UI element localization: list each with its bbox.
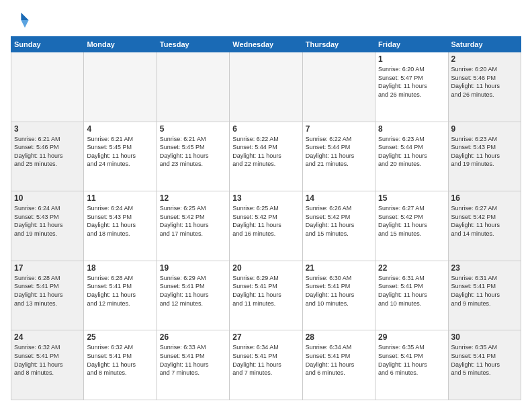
calendar-cell: 26Sunrise: 6:33 AM Sunset: 5:41 PM Dayli… [157, 330, 229, 400]
day-number: 20 [232, 263, 299, 273]
day-info: Sunrise: 6:34 AM Sunset: 5:41 PM Dayligh… [232, 343, 299, 377]
calendar-cell: 23Sunrise: 6:31 AM Sunset: 5:41 PM Dayli… [448, 261, 521, 330]
day-number: 12 [160, 193, 226, 203]
calendar-cell: 15Sunrise: 6:27 AM Sunset: 5:42 PM Dayli… [375, 191, 448, 261]
logo [11, 11, 32, 30]
calendar-cell: 13Sunrise: 6:25 AM Sunset: 5:42 PM Dayli… [230, 191, 302, 261]
weekday-header-sunday: Sunday [11, 37, 84, 52]
day-number: 25 [87, 332, 153, 342]
day-info: Sunrise: 6:30 AM Sunset: 5:41 PM Dayligh… [306, 274, 372, 308]
day-info: Sunrise: 6:21 AM Sunset: 5:46 PM Dayligh… [14, 135, 81, 169]
day-info: Sunrise: 6:24 AM Sunset: 5:43 PM Dayligh… [87, 204, 153, 238]
day-info: Sunrise: 6:29 AM Sunset: 5:41 PM Dayligh… [232, 274, 299, 308]
calendar-cell [157, 52, 229, 122]
day-number: 21 [306, 263, 372, 273]
day-number: 11 [87, 193, 153, 203]
day-number: 9 [451, 124, 518, 134]
weekday-header-thursday: Thursday [302, 37, 375, 52]
calendar-cell [84, 52, 157, 122]
day-number: 28 [306, 332, 372, 342]
day-info: Sunrise: 6:26 AM Sunset: 5:42 PM Dayligh… [306, 204, 372, 238]
day-number: 30 [451, 332, 518, 342]
day-number: 24 [14, 332, 81, 342]
day-number: 29 [378, 332, 445, 342]
day-number: 18 [87, 263, 153, 273]
calendar-cell: 3Sunrise: 6:21 AM Sunset: 5:46 PM Daylig… [11, 122, 84, 191]
day-info: Sunrise: 6:21 AM Sunset: 5:45 PM Dayligh… [87, 135, 153, 169]
day-info: Sunrise: 6:34 AM Sunset: 5:41 PM Dayligh… [306, 343, 372, 377]
calendar-body: 1Sunrise: 6:20 AM Sunset: 5:47 PM Daylig… [11, 52, 521, 400]
day-number: 13 [232, 193, 299, 203]
day-number: 3 [14, 124, 81, 134]
calendar-week-4: 24Sunrise: 6:32 AM Sunset: 5:41 PM Dayli… [11, 330, 521, 400]
calendar-cell: 14Sunrise: 6:26 AM Sunset: 5:42 PM Dayli… [302, 191, 375, 261]
calendar-header: SundayMondayTuesdayWednesdayThursdayFrid… [11, 37, 521, 52]
calendar-cell: 10Sunrise: 6:24 AM Sunset: 5:43 PM Dayli… [11, 191, 84, 261]
weekday-header-wednesday: Wednesday [230, 37, 302, 52]
svg-marker-0 [21, 13, 28, 20]
day-number: 7 [306, 124, 372, 134]
logo-icon [11, 11, 30, 30]
day-info: Sunrise: 6:25 AM Sunset: 5:42 PM Dayligh… [160, 204, 226, 238]
calendar-cell: 12Sunrise: 6:25 AM Sunset: 5:42 PM Dayli… [157, 191, 229, 261]
day-number: 27 [232, 332, 299, 342]
calendar-cell: 22Sunrise: 6:31 AM Sunset: 5:41 PM Dayli… [375, 261, 448, 330]
day-info: Sunrise: 6:27 AM Sunset: 5:42 PM Dayligh… [451, 204, 518, 238]
day-info: Sunrise: 6:28 AM Sunset: 5:41 PM Dayligh… [87, 274, 153, 308]
calendar-cell: 27Sunrise: 6:34 AM Sunset: 5:41 PM Dayli… [230, 330, 302, 400]
calendar-table: SundayMondayTuesdayWednesdayThursdayFrid… [11, 36, 521, 400]
day-info: Sunrise: 6:21 AM Sunset: 5:45 PM Dayligh… [160, 135, 226, 169]
svg-marker-2 [13, 13, 21, 28]
day-info: Sunrise: 6:20 AM Sunset: 5:46 PM Dayligh… [451, 65, 518, 99]
day-info: Sunrise: 6:31 AM Sunset: 5:41 PM Dayligh… [378, 274, 445, 308]
day-info: Sunrise: 6:20 AM Sunset: 5:47 PM Dayligh… [378, 65, 445, 99]
calendar-cell: 17Sunrise: 6:28 AM Sunset: 5:41 PM Dayli… [11, 261, 84, 330]
calendar-week-3: 17Sunrise: 6:28 AM Sunset: 5:41 PM Dayli… [11, 261, 521, 330]
day-info: Sunrise: 6:23 AM Sunset: 5:44 PM Dayligh… [378, 135, 445, 169]
calendar-cell: 19Sunrise: 6:29 AM Sunset: 5:41 PM Dayli… [157, 261, 229, 330]
day-info: Sunrise: 6:24 AM Sunset: 5:43 PM Dayligh… [14, 204, 81, 238]
day-number: 22 [378, 263, 445, 273]
calendar-cell: 30Sunrise: 6:35 AM Sunset: 5:41 PM Dayli… [448, 330, 521, 400]
day-number: 23 [451, 263, 518, 273]
calendar-cell: 2Sunrise: 6:20 AM Sunset: 5:46 PM Daylig… [448, 52, 521, 122]
day-info: Sunrise: 6:32 AM Sunset: 5:41 PM Dayligh… [87, 343, 153, 377]
day-number: 1 [378, 54, 445, 64]
day-number: 15 [378, 193, 445, 203]
calendar-cell: 1Sunrise: 6:20 AM Sunset: 5:47 PM Daylig… [375, 52, 448, 122]
calendar-cell: 9Sunrise: 6:23 AM Sunset: 5:43 PM Daylig… [448, 122, 521, 191]
calendar-week-2: 10Sunrise: 6:24 AM Sunset: 5:43 PM Dayli… [11, 191, 521, 261]
calendar-cell: 8Sunrise: 6:23 AM Sunset: 5:44 PM Daylig… [375, 122, 448, 191]
calendar-cell: 20Sunrise: 6:29 AM Sunset: 5:41 PM Dayli… [230, 261, 302, 330]
day-info: Sunrise: 6:22 AM Sunset: 5:44 PM Dayligh… [306, 135, 372, 169]
day-number: 14 [306, 193, 372, 203]
day-info: Sunrise: 6:23 AM Sunset: 5:43 PM Dayligh… [451, 135, 518, 169]
day-info: Sunrise: 6:22 AM Sunset: 5:44 PM Dayligh… [232, 135, 299, 169]
calendar-cell: 4Sunrise: 6:21 AM Sunset: 5:45 PM Daylig… [84, 122, 157, 191]
day-info: Sunrise: 6:32 AM Sunset: 5:41 PM Dayligh… [14, 343, 81, 377]
calendar-cell: 5Sunrise: 6:21 AM Sunset: 5:45 PM Daylig… [157, 122, 229, 191]
day-number: 10 [14, 193, 81, 203]
calendar-cell [302, 52, 375, 122]
page: SundayMondayTuesdayWednesdayThursdayFrid… [0, 0, 532, 411]
day-info: Sunrise: 6:25 AM Sunset: 5:42 PM Dayligh… [232, 204, 299, 238]
calendar-cell: 16Sunrise: 6:27 AM Sunset: 5:42 PM Dayli… [448, 191, 521, 261]
calendar-cell [230, 52, 302, 122]
day-number: 8 [378, 124, 445, 134]
weekday-row: SundayMondayTuesdayWednesdayThursdayFrid… [11, 37, 521, 52]
weekday-header-friday: Friday [375, 37, 448, 52]
weekday-header-monday: Monday [84, 37, 157, 52]
weekday-header-tuesday: Tuesday [157, 37, 229, 52]
calendar-cell: 25Sunrise: 6:32 AM Sunset: 5:41 PM Dayli… [84, 330, 157, 400]
weekday-header-saturday: Saturday [448, 37, 521, 52]
calendar-cell: 6Sunrise: 6:22 AM Sunset: 5:44 PM Daylig… [230, 122, 302, 191]
calendar-cell: 28Sunrise: 6:34 AM Sunset: 5:41 PM Dayli… [302, 330, 375, 400]
day-info: Sunrise: 6:35 AM Sunset: 5:41 PM Dayligh… [378, 343, 445, 377]
calendar-cell: 11Sunrise: 6:24 AM Sunset: 5:43 PM Dayli… [84, 191, 157, 261]
header [11, 11, 521, 30]
calendar-cell: 18Sunrise: 6:28 AM Sunset: 5:41 PM Dayli… [84, 261, 157, 330]
day-info: Sunrise: 6:31 AM Sunset: 5:41 PM Dayligh… [451, 274, 518, 308]
day-number: 2 [451, 54, 518, 64]
day-number: 26 [160, 332, 226, 342]
day-info: Sunrise: 6:29 AM Sunset: 5:41 PM Dayligh… [160, 274, 226, 308]
